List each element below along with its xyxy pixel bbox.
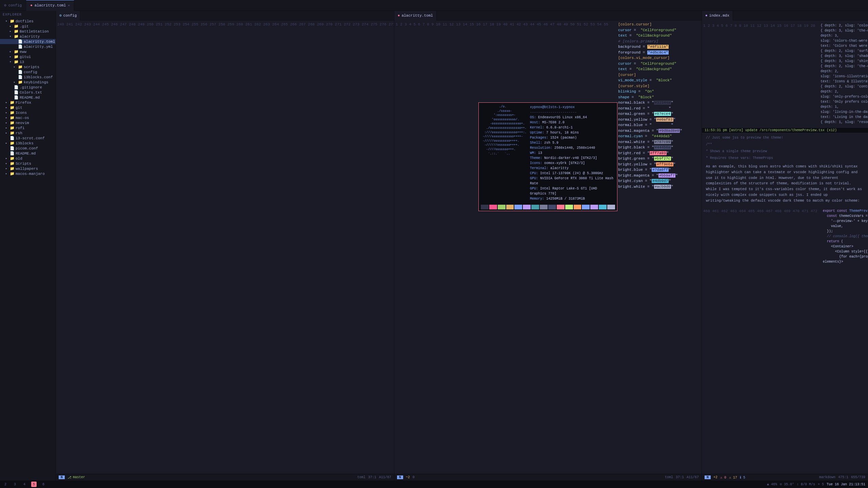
sidebar-item-icons[interactable]: ▸ 📁 Icons [0, 110, 56, 115]
color-swatch [506, 205, 514, 209]
taskbar-right: ▲ 46% ⊙ 35.0° ↕ B/0 M/s ☀ 5 Tue 16 Jan 2… [767, 482, 865, 486]
folder-icon: 📁 [18, 80, 23, 84]
right-editor-content[interactable]: 1 2 3 4 5 6 7 8 9 10 11 12 13 14 15 16 1… [702, 20, 868, 474]
arrow-icon: ▸ [5, 162, 9, 165]
sidebar-item-gitignore[interactable]: 📄 .gitignore [0, 85, 56, 90]
tab-alacritty-toml[interactable]: ● alacritty.toml ✕ [26, 0, 74, 11]
sidebar-item-macos-manjaro[interactable]: ▸ 📁 macos-manjaro [0, 171, 56, 176]
workspace-3[interactable]: 3 [12, 482, 18, 487]
color-swatch [582, 205, 590, 209]
color-swatch [523, 205, 531, 209]
errors: ⚠ 0 [720, 475, 726, 480]
file-icon: 📄 [14, 90, 19, 95]
folder-icon: 📁 [10, 156, 15, 161]
sidebar-item-config-file[interactable]: 📄 config [0, 69, 56, 75]
taskbar: 2 3 4 5 6 ▲ 46% ⊙ 35.0° ↕ B/0 M/s ☀ 5 Tu… [0, 481, 868, 488]
center-pane-tab-toml[interactable]: ● alacritty.toml [394, 11, 437, 20]
workspace-6[interactable]: 6 [41, 482, 46, 487]
line-count: A11/67 [687, 475, 699, 479]
file-icon: 📄 [14, 95, 19, 100]
folder-icon: 📁 [10, 141, 15, 145]
sidebar-item-mac-os[interactable]: ▸ 📁 mac-os [0, 115, 56, 120]
center-code-area[interactable]: [colors.cursor] cursor = "CellForeground… [611, 20, 702, 474]
neofetch-content: ./o. ./sssso- ':osssssss+- 'osssssssssso… [479, 103, 617, 203]
sidebar-item-readme2[interactable]: 📄 README.md [0, 151, 56, 156]
git-branch: ⎇ master [67, 475, 85, 480]
left-editor-pane: ⚙ config 240 241 242 243 244 245 246 247… [56, 11, 394, 481]
folder-icon: 📁 [10, 121, 15, 125]
sidebar-item-i3blocks-conf[interactable]: 📄 i3blocks.conf [0, 75, 56, 80]
right-code-area-upper[interactable]: { depth: 2, slug: 'colors', text: 'Color… [818, 22, 868, 126]
center-status-left: N ~2 0 [394, 475, 415, 479]
sidebar-item-scripts[interactable]: ▸ 📁 scripts [0, 64, 56, 69]
folder-icon: 📁 [10, 126, 15, 130]
right-panel: ● index.mdx 1 2 3 4 5 6 7 8 9 10 11 12 1… [702, 11, 868, 481]
color-swatch [574, 205, 581, 209]
folder-icon: 📁 [14, 49, 19, 54]
sidebar-item-colors-txt[interactable]: 📄 Colors.txt [0, 90, 56, 95]
sidebar-item-i3blocks2[interactable]: ▸ 📁 i3blocks [0, 141, 56, 146]
arrow-icon: ▸ [9, 50, 13, 54]
terminal-output-line: 11:53:31 pm [astro] update /src/componen… [702, 127, 868, 133]
color-swatch [548, 205, 556, 209]
folder-icon: 📁 [10, 110, 15, 115]
arrow-icon: ▸ [9, 29, 13, 33]
sidebar-item-readme[interactable]: 📄 README.md [0, 95, 56, 100]
right-status-bar: N +2 ⚠ 0 ⚠ 17 ℹ 5 markdown 475:1 655/739 [702, 474, 868, 481]
sidebar-item-rofi[interactable]: ▸ 📁 rofi [0, 125, 56, 130]
sidebar-item-keybindings[interactable]: ▸ 📁 keybindings [0, 80, 56, 85]
right-pane-tab-mdx[interactable]: ● index.mdx [702, 11, 733, 20]
file-type: toml [357, 475, 366, 479]
right-code-area-lower[interactable]: export const ThemePreview = (props: Them… [820, 207, 868, 266]
arrow-icon: ▸ [9, 55, 13, 59]
arrow-icon: ▾ [5, 19, 9, 23]
sidebar-item-alacritty[interactable]: ▾ 📁 alacritty [0, 34, 56, 39]
sidebar-item-neovim[interactable]: ▸ 📁 neovim [0, 120, 56, 125]
mode-indicator: N [705, 475, 711, 479]
sidebar-item-i3-scrot[interactable]: 📄 i3-scrot.conf [0, 136, 56, 141]
neofetch-info: xypnox@btIstn-1-xypnox -----------------… [530, 105, 615, 201]
sidebar-item-alacritty-toml[interactable]: 📄 alacritty.toml [0, 39, 56, 44]
arrow-icon: ▸ [5, 101, 9, 104]
file-icon: 📄 [18, 75, 23, 79]
sidebar-item-firefox[interactable]: ▸ 📁 Firefox [0, 100, 56, 105]
sidebar-item-i3[interactable]: ▾ 📁 i3 [0, 59, 56, 64]
sidebar-item-battlestation[interactable]: ▸ 📁 BattleStation [0, 29, 56, 34]
folder-icon: 📁 [14, 29, 19, 34]
sidebar-item-wallpapers[interactable]: ▸ 📁 wallpapers [0, 166, 56, 171]
sidebar-item-gitui[interactable]: ▸ 📁 gitui [0, 54, 56, 59]
file-icon: 📄 [10, 151, 15, 156]
blog-comment3: * Shows a single theme preview [706, 149, 864, 154]
color-swatch [514, 205, 522, 209]
sidebar-item-alacritty-yml[interactable]: 📄 alacritty.yml [0, 44, 56, 49]
sidebar-item-picom[interactable]: 📄 picom.conf [0, 146, 56, 151]
sidebar-item-git2[interactable]: ▸ 📁 git [0, 105, 56, 110]
sidebar-item-old[interactable]: ▸ 📁 old [0, 156, 56, 161]
sidebar-item-rsh[interactable]: ▸ 📁 rsh [0, 130, 56, 136]
color-swatch [607, 205, 615, 209]
workspace-2[interactable]: 2 [3, 482, 8, 487]
center-editor-content[interactable]: 1 2 3 4 5 6 7 8 9 10 11 12 13 14 15 16 1… [394, 20, 702, 474]
center-status-bar: N ~2 0 toml 37:1 A11/67 [394, 474, 702, 481]
left-editor-content[interactable]: 240 241 242 243 244 245 246 247 248 249 … [56, 20, 394, 474]
left-pane-tab-config[interactable]: ⚙ config [56, 11, 80, 20]
tab-bar: ⚙ config ● alacritty.toml ✕ [0, 0, 868, 11]
close-tab-icon[interactable]: ✕ [68, 3, 70, 7]
cpu-stat: ⊙ 35.0° [780, 482, 794, 486]
color-swatch [599, 205, 607, 209]
arrow-icon: ▸ [5, 157, 9, 160]
workspace-5[interactable]: 5 [31, 482, 37, 487]
sidebar-item-git[interactable]: ▸ 📁 .git [0, 24, 56, 29]
editor-area: ⚙ config 240 241 242 243 244 245 246 247… [56, 11, 868, 481]
file-icon: 📄 [10, 136, 15, 140]
tab-config[interactable]: ⚙ config [0, 0, 26, 11]
sidebar-item-eww[interactable]: ▸ 📁 eww [0, 49, 56, 54]
arrow-icon: ▸ [5, 141, 9, 145]
workspace-4[interactable]: 4 [22, 482, 27, 487]
color-swatch [540, 205, 548, 209]
net-stat: ↕ B/0 M/s [797, 483, 815, 486]
file-icon: 📄 [10, 146, 15, 150]
file-icon: 📄 [14, 85, 19, 89]
sidebar-item-dotfiles[interactable]: ▾ 📁 dotfiles [0, 19, 56, 24]
sidebar-item-scripts2[interactable]: ▸ 📁 Scripts [0, 161, 56, 166]
